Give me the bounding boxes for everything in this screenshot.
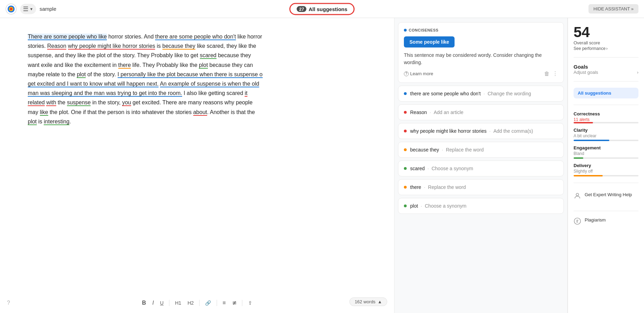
dot-red-2 <box>404 111 407 114</box>
correctness-alerts: 11 alerts <box>574 117 638 122</box>
help-button[interactable]: ? <box>7 300 10 306</box>
clarity-bar-fill <box>574 140 609 141</box>
score-section: 54 Overall score See performance › <box>574 25 638 51</box>
ul-button[interactable]: ≢ <box>231 298 237 307</box>
h1-button[interactable]: H1 <box>174 299 182 307</box>
dot-blue-1 <box>404 92 407 95</box>
adjust-goals-link[interactable]: Adjust goals › <box>574 70 638 75</box>
suggestion-row-7[interactable]: plot · Choose a synonym <box>398 198 564 214</box>
link-button[interactable]: 🔗 <box>204 299 212 307</box>
text-underline-13: with <box>46 99 56 106</box>
plagiarism-text: Plagiarism <box>585 217 606 223</box>
menu-button[interactable]: ☰ ▼ <box>20 4 36 14</box>
clear-format-button[interactable]: ⇪ <box>247 299 253 307</box>
editor-area[interactable]: There are some people who like horror st… <box>0 18 394 313</box>
suggestion-row-2[interactable]: Reason · Add an article <box>398 104 564 120</box>
main-layout: There are some people who like horror st… <box>0 18 644 313</box>
suggestion-row-5[interactable]: scared · Choose a synonym <box>398 160 564 176</box>
overall-score-label: Overall score <box>574 40 638 45</box>
engagement-label-text: Engagement <box>574 145 601 150</box>
suggestion-apply-button[interactable]: Some people like <box>404 36 455 47</box>
clarity-label: Clarity <box>574 128 638 133</box>
text-highlight-1: There are some people who like <box>28 34 107 40</box>
dot-red-3 <box>404 130 407 132</box>
sugg-action-2: Add an article <box>434 110 464 115</box>
clarity-bar-track <box>574 140 638 141</box>
delivery-item: Delivery Slightly off <box>574 163 638 176</box>
all-suggestions-button[interactable]: 27 All suggestions <box>289 3 355 15</box>
sugg-row-text-3: why people might like horror stories · A… <box>410 128 558 134</box>
sugg-separator-5: · <box>427 166 430 171</box>
sugg-row-text-1: there are some people who don't · Change… <box>410 91 558 96</box>
adjust-goals-chevron: › <box>637 70 638 75</box>
word-count-bar[interactable]: 162 words ▲ <box>349 297 387 306</box>
suggestion-row-1[interactable]: there are some people who don't · Change… <box>398 86 564 102</box>
delivery-bar-fill <box>574 175 603 176</box>
h2-button[interactable]: H2 <box>187 299 194 307</box>
sugg-separator-4: · <box>442 147 444 153</box>
text-underline-16: like <box>40 109 48 116</box>
clarity-label-text: Clarity <box>574 128 587 133</box>
engagement-bar-track <box>574 157 638 159</box>
text-underline-3: why people might like horror stories <box>68 43 155 50</box>
suggestion-row-4[interactable]: because they · Replace the word <box>398 142 564 158</box>
suggestion-row-6[interactable]: there · Replace the word <box>398 179 564 195</box>
delete-suggestion-button[interactable]: 🗑 <box>544 70 550 77</box>
expert-help-text: Get Expert Writing Help <box>585 192 632 197</box>
sugg-separator-6: · <box>424 184 427 190</box>
expert-help-section[interactable]: Get Expert Writing Help <box>574 189 638 205</box>
tab-all-suggestions[interactable]: All suggestions <box>574 88 638 98</box>
right-divider-3 <box>574 105 638 105</box>
plagiarism-section[interactable]: Plagiarism <box>574 217 638 227</box>
engagement-item: Engagement Bland <box>574 145 638 159</box>
sugg-keyword-6: there <box>410 184 421 190</box>
italic-button[interactable]: I <box>152 298 154 307</box>
correctness-bar-track <box>574 122 638 123</box>
conciseness-card[interactable]: CONCISENESS Some people like This senten… <box>398 22 564 83</box>
hide-assistant-label: HIDE ASSISTANT » <box>593 6 634 11</box>
correctness-item: Correctness 11 alerts <box>574 111 638 123</box>
sugg-keyword-1: there are some people who don't <box>410 91 481 96</box>
correctness-label: Correctness <box>574 111 638 116</box>
toolbar-divider-3 <box>217 300 217 306</box>
more-options-button[interactable]: ⋮ <box>552 70 558 77</box>
text-underline-11: it <box>245 90 247 97</box>
suggestions-count-badge: 27 <box>297 6 306 12</box>
svg-point-2 <box>10 8 12 10</box>
text-underline-4: because they <box>162 43 195 50</box>
menu-chevron: ▼ <box>29 7 33 11</box>
suggestion-row-3[interactable]: why people might like horror stories · A… <box>398 123 564 139</box>
dot-green-5 <box>404 167 407 170</box>
ol-button[interactable]: ≡ <box>222 298 226 307</box>
see-performance-link[interactable]: See performance › <box>574 46 638 51</box>
bold-button[interactable]: B <box>141 298 147 307</box>
text-underline-19: interesting <box>44 119 69 125</box>
underline-button[interactable]: U <box>159 299 164 307</box>
topbar: ☰ ▼ sample 27 All suggestions HIDE ASSIS… <box>0 0 644 18</box>
delivery-label-text: Delivery <box>574 163 591 168</box>
grammarly-logo <box>6 3 17 15</box>
card-actions: 🗑 ⋮ <box>544 70 558 77</box>
tab-all-suggestions-label: All suggestions <box>578 90 611 96</box>
clarity-sub: A bit unclear <box>574 133 638 138</box>
text-underline-14: suspense <box>67 99 91 106</box>
all-suggestions-label: All suggestions <box>308 6 347 12</box>
learn-more-icon: ? <box>404 71 409 76</box>
right-divider-2 <box>574 81 638 81</box>
right-divider-5 <box>574 211 638 211</box>
editor-content[interactable]: There are some people who like horror st… <box>28 32 264 126</box>
hide-assistant-button[interactable]: HIDE ASSISTANT » <box>588 4 638 14</box>
learn-more-link[interactable]: ? Learn more <box>404 71 433 76</box>
dot-orange-6 <box>404 186 407 189</box>
word-count-text: 162 words <box>355 299 375 304</box>
engagement-bar-fill <box>574 157 583 159</box>
text-underline-2: Reason <box>47 43 66 50</box>
sugg-action-3: Add the comma(s) <box>493 128 533 134</box>
conciseness-dot <box>404 29 407 32</box>
conciseness-category: CONCISENESS <box>409 28 439 32</box>
suggestion-apply-label: Some people like <box>409 39 449 45</box>
text-underline-7: plot <box>199 62 208 69</box>
editor-paragraph[interactable]: There are some people who like horror st… <box>28 32 264 126</box>
sugg-keyword-3: why people might like horror stories <box>410 128 486 134</box>
right-panel: 54 Overall score See performance › Goals… <box>568 18 644 313</box>
